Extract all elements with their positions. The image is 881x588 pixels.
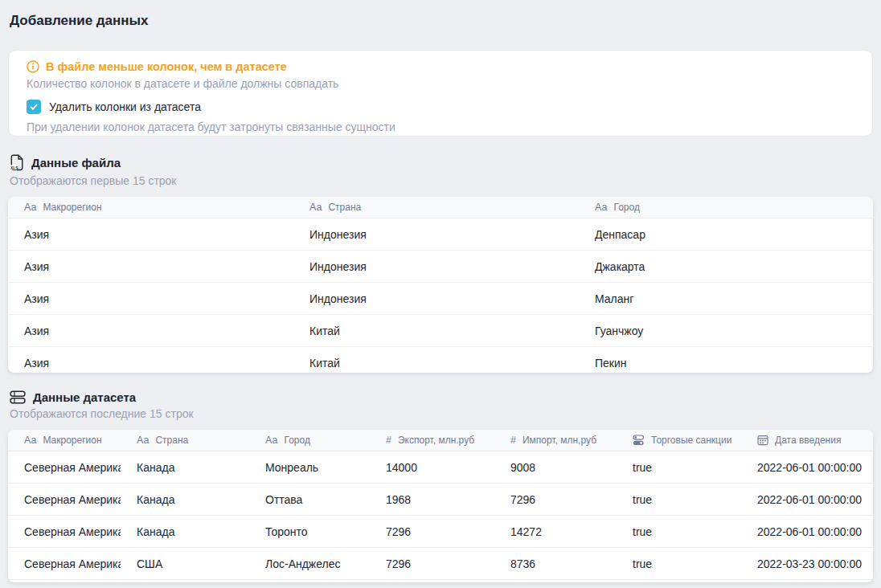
alert-note: При удалении колонок датасета будут затр…	[27, 120, 856, 133]
table-row: Азия Индонезия Денпасар	[8, 218, 873, 251]
cell: Северная Америка	[8, 493, 121, 506]
checkmark-icon	[29, 102, 39, 112]
cell: Гуанчжоу	[579, 325, 873, 337]
cell: Канада	[121, 525, 249, 538]
text-type-icon: Аа	[24, 202, 36, 213]
file-data-table: Аа Макрорегион Аа Страна Аа Город Азия И…	[8, 197, 873, 373]
table-row: Северная Америка Канада Оттава 1968 7296…	[8, 484, 873, 516]
column-header-date: Дата введения	[741, 435, 873, 446]
column-header-country: Аа Страна	[121, 435, 249, 446]
dataset-icon	[10, 390, 26, 404]
alert-title-row: В файле меньше колонок, чем в датасете	[27, 59, 856, 75]
number-type-icon: #	[510, 435, 516, 446]
number-type-icon: #	[386, 435, 391, 446]
delete-columns-checkbox-label: Удалить колонки из датасета	[49, 100, 201, 113]
cell: Пекин	[579, 357, 873, 370]
cell: Джакарта	[579, 260, 873, 273]
cell: Маланг	[579, 292, 873, 305]
column-label: Экспорт, млн.руб	[398, 435, 474, 446]
table-row: Северная Америка Канада Монреаль 14000 9…	[8, 451, 873, 484]
column-label: Город	[613, 202, 639, 213]
table-row: Азия Китай Пекин	[8, 347, 873, 373]
column-label: Торговые санкции	[651, 435, 731, 446]
cell: Оттава	[249, 493, 370, 506]
cell: Торонто	[249, 525, 370, 538]
column-label: Макрорегион	[43, 202, 101, 213]
alert-title: В файле меньше колонок, чем в датасете	[46, 60, 287, 73]
column-header-macroregion: Аа Макрорегион	[8, 435, 121, 446]
cell: Северная Америка	[8, 525, 121, 538]
cell: Азия	[8, 325, 293, 337]
table-row: Азия Индонезия Маланг	[8, 283, 873, 315]
cell: 14272	[494, 525, 617, 538]
column-mismatch-alert: В файле меньше колонок, чем в датасете К…	[8, 50, 873, 137]
dataset-data-section-header: Данные датасета	[10, 390, 873, 404]
cell: 2022-03-23 00:00:00	[741, 557, 873, 570]
text-type-icon: Аа	[309, 202, 322, 213]
table-row: Азия Индонезия Джакарта	[8, 251, 873, 283]
cell: Азия	[8, 357, 293, 370]
dataset-data-table: Аа Макрорегион Аа Страна Аа Город # Эксп…	[8, 430, 873, 582]
text-type-icon: Аа	[265, 435, 277, 446]
cell: 2022-06-01 00:00:00	[741, 525, 873, 538]
text-type-icon: Аа	[137, 435, 149, 446]
delete-columns-checkbox-row[interactable]: Удалить колонки из датасета	[27, 99, 856, 115]
xls-file-icon: XLS	[10, 154, 24, 171]
file-data-section-header: XLS Данные файла	[10, 154, 873, 171]
file-table-header: Аа Макрорегион Аа Страна Аа Город	[8, 197, 873, 218]
cell: 9008	[494, 461, 617, 474]
cell: 14000	[370, 461, 494, 474]
cell: true	[617, 557, 741, 570]
cell: Индонезия	[293, 292, 579, 305]
column-label: Макрорегион	[43, 435, 101, 446]
text-type-icon: Аа	[24, 435, 36, 446]
cell: Азия	[8, 260, 293, 273]
cell: Монреаль	[249, 461, 370, 474]
cell: 7296	[370, 525, 494, 538]
column-header-macroregion: Аа Макрорегион	[8, 202, 293, 213]
cell: Индонезия	[293, 228, 579, 241]
column-label: Страна	[328, 202, 361, 213]
cell: Лос-Анджелес	[249, 557, 370, 570]
alert-subtitle: Количество колонок в датасете и файле до…	[27, 77, 856, 90]
cell: 7296	[370, 557, 494, 570]
file-data-section-title: Данные файла	[31, 156, 121, 169]
text-type-icon: Аа	[595, 202, 607, 213]
cell: Китай	[293, 325, 579, 337]
add-data-page: Добавление данных В файле меньше колонок…	[0, 0, 881, 582]
column-header-country: Аа Страна	[293, 202, 579, 213]
delete-columns-checkbox[interactable]	[27, 100, 41, 114]
cell: Канада	[121, 493, 249, 506]
dataset-data-section-title: Данные датасета	[33, 390, 136, 404]
cell: 2022-06-01 00:00:00	[741, 461, 873, 474]
cell: Азия	[8, 292, 293, 305]
cell: 7296	[494, 493, 617, 506]
cell: true	[617, 461, 741, 474]
svg-text:XLS: XLS	[10, 166, 18, 170]
info-icon	[27, 60, 39, 73]
dataset-table-header: Аа Макрорегион Аа Страна Аа Город # Эксп…	[8, 430, 873, 451]
column-label: Импорт, млн,руб	[522, 435, 596, 446]
calendar-icon	[757, 435, 768, 446]
table-row: Северная Америка Канада Торонто 7296 142…	[8, 516, 873, 548]
column-header-export: # Экспорт, млн.руб	[370, 435, 494, 446]
column-header-city: Аа Город	[249, 435, 370, 446]
column-header-city: Аа Город	[579, 202, 873, 213]
cell: Азия	[8, 228, 293, 241]
column-label: Страна	[155, 435, 188, 446]
cell: Денпасар	[579, 228, 873, 241]
column-label: Дата введения	[775, 435, 841, 446]
table-row: Северная Америка США Лос-Анджелес 7296 8…	[8, 548, 873, 580]
cell: 2022-06-01 00:00:00	[741, 493, 873, 506]
cell: Канада	[121, 461, 249, 474]
cell: true	[617, 525, 741, 538]
cell: 8736	[494, 557, 617, 570]
cell: Китай	[293, 357, 579, 370]
cell: true	[617, 493, 741, 506]
cell: 1968	[370, 493, 494, 506]
cell: Северная Америка	[8, 461, 121, 474]
cell: Индонезия	[293, 260, 579, 273]
page-title: Добавление данных	[10, 13, 873, 29]
file-data-section-subtitle: Отображаются первые 15 строк	[10, 174, 873, 187]
cell: США	[121, 557, 249, 570]
